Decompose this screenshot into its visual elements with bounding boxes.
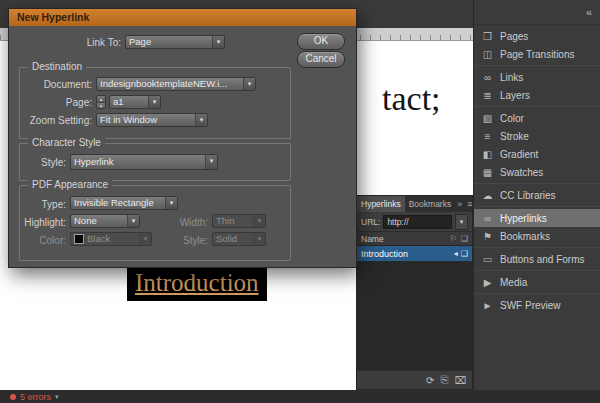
stepper-down-icon[interactable]: ▾ <box>97 103 105 109</box>
width-dropdown: Thin ▾ <box>212 214 266 228</box>
status-column-icon: ⚐ <box>450 234 457 243</box>
document-dropdown[interactable]: IndesignbooktemplateNEW.i... ▾ <box>96 77 256 91</box>
dock-group: ► SWF Preview <box>474 293 600 316</box>
links-icon: ∞ <box>480 72 495 83</box>
dock-header: « <box>474 0 600 25</box>
dock-item-hyperlinks[interactable]: ∞ Hyperlinks <box>474 209 600 227</box>
page-dropdown[interactable]: a1 ▾ <box>109 95 161 109</box>
panel-dock: « ❐ Pages ◫ Page Transitions ∞ Links ≣ L… <box>473 0 600 390</box>
status-dropdown-icon[interactable]: ▾ <box>55 393 59 401</box>
width-value: Thin <box>213 215 253 227</box>
type-label: Type: <box>20 198 66 212</box>
delete-hyperlink-icon[interactable]: ⌧ <box>454 375 466 386</box>
dock-group: ∞ Links ≣ Layers <box>474 65 600 106</box>
dock-item-label: Swatches <box>500 167 543 178</box>
dropdown-arrow-icon: ▾ <box>253 215 265 227</box>
zoom-setting-value: Fit in Window <box>97 114 195 126</box>
introduction-hyperlink[interactable]: Introduction <box>127 268 267 301</box>
url-dropdown-icon[interactable]: ▾ <box>455 214 468 230</box>
page-transitions-icon: ◫ <box>480 49 495 60</box>
hyperlinks-panel: Hyperlinks Bookmarks » ≡ URL: http:// ▾ … <box>356 195 473 390</box>
tab-bookmarks[interactable]: Bookmarks <box>405 196 456 212</box>
error-indicator-dot <box>10 394 16 400</box>
hyperlink-row-introduction[interactable]: Introduction ◂ ❏ <box>357 246 472 261</box>
dock-item-stroke[interactable]: ≡ Stroke <box>474 127 600 145</box>
link-to-dropdown[interactable]: Page ▾ <box>125 35 225 49</box>
color-label: Color: <box>20 234 66 248</box>
dock-item-links[interactable]: ∞ Links <box>474 68 600 86</box>
dock-item-pages[interactable]: ❐ Pages <box>474 27 600 45</box>
color-value: Black <box>87 233 110 245</box>
name-column-header[interactable]: Name <box>361 234 384 244</box>
color-dropdown: Black ▾ <box>70 232 152 246</box>
color-icon: ▧ <box>480 113 495 124</box>
dock-item-label: Buttons and Forms <box>500 254 584 265</box>
goto-source-icon[interactable]: ◂ <box>454 249 458 258</box>
dock-item-page-transitions[interactable]: ◫ Page Transitions <box>474 45 600 63</box>
dropdown-arrow-icon: ▾ <box>139 233 151 245</box>
dropdown-arrow-icon[interactable]: ▾ <box>212 36 224 48</box>
tab-overflow-icon[interactable]: » <box>455 196 464 212</box>
hyperlink-list: Introduction ◂ ❏ <box>357 246 472 370</box>
swf-preview-icon: ► <box>480 300 495 311</box>
dock-item-label: Pages <box>500 31 528 42</box>
stroke-icon: ≡ <box>480 131 495 142</box>
dock-item-label: Bookmarks <box>500 231 550 242</box>
hyperlink-name: Introduction <box>361 249 408 259</box>
character-style-dropdown[interactable]: Hyperlink ▾ <box>70 154 218 170</box>
dropdown-arrow-icon[interactable]: ▾ <box>243 78 255 90</box>
list-header-icons: ⚐ ❏ <box>450 234 468 243</box>
stepper-up-icon[interactable]: ▴ <box>97 96 105 103</box>
dock-group: ▧ Color ≡ Stroke ◧ Gradient ▦ Swatches <box>474 106 600 183</box>
dialog-titlebar[interactable]: New Hyperlink <box>9 9 356 26</box>
color-value-wrap: Black <box>71 233 139 245</box>
zoom-setting-dropdown[interactable]: Fit in Window ▾ <box>96 113 208 127</box>
dock-item-media[interactable]: ▶ Media <box>474 273 600 291</box>
page-column-icon: ❏ <box>461 234 468 243</box>
cancel-button[interactable]: Cancel <box>297 51 345 68</box>
expand-panels-icon[interactable]: « <box>586 6 592 18</box>
error-count[interactable]: 5 errors <box>20 392 51 402</box>
dock-item-bookmarks[interactable]: ⚑ Bookmarks <box>474 227 600 245</box>
url-input[interactable]: http:// <box>383 215 452 229</box>
gradient-icon: ◧ <box>480 149 495 160</box>
panel-menu-icon[interactable]: ≡ <box>464 196 472 212</box>
dock-item-label: SWF Preview <box>500 300 561 311</box>
pdf-appearance-legend: PDF Appearance <box>28 179 112 190</box>
style-label: Style: <box>20 156 66 170</box>
destination-legend: Destination <box>28 61 86 72</box>
character-style-group: Character Style Style: Hyperlink ▾ <box>19 143 291 181</box>
highlight-dropdown[interactable]: None ▾ <box>70 214 140 228</box>
dock-group: ❐ Pages ◫ Page Transitions <box>474 25 600 65</box>
dock-item-cc-libraries[interactable]: ☁ CC Libraries <box>474 186 600 204</box>
dropdown-arrow-icon[interactable]: ▾ <box>205 155 217 169</box>
dropdown-arrow-icon[interactable]: ▾ <box>148 96 160 108</box>
width-label: Width: <box>166 216 208 230</box>
tab-hyperlinks[interactable]: Hyperlinks <box>357 196 405 212</box>
dropdown-arrow-icon[interactable]: ▾ <box>165 197 177 209</box>
dropdown-arrow-icon[interactable]: ▾ <box>127 215 139 227</box>
dock-item-swatches[interactable]: ▦ Swatches <box>474 163 600 181</box>
dock-item-gradient[interactable]: ◧ Gradient <box>474 145 600 163</box>
highlight-value: None <box>71 215 127 227</box>
pdf-style-dropdown: Solid ▾ <box>212 232 266 246</box>
new-hyperlink-dialog: New Hyperlink Link To: Page ▾ OK Cancel … <box>8 8 357 268</box>
refresh-icon[interactable]: ⟳ <box>426 375 434 386</box>
list-header: Name ⚐ ❏ <box>357 231 472 246</box>
dock-item-label: Color <box>500 113 524 124</box>
dock-item-buttons-and-forms[interactable]: ▭ Buttons and Forms <box>474 250 600 268</box>
goto-destination-icon[interactable]: ❏ <box>461 249 468 258</box>
dock-group: ∞ Hyperlinks ⚑ Bookmarks <box>474 206 600 247</box>
character-style-legend: Character Style <box>28 137 105 148</box>
indesign-app: tact; Introduction Hyperlinks Bookmarks … <box>0 0 600 403</box>
page-stepper[interactable]: ▴ ▾ <box>96 95 106 109</box>
type-dropdown[interactable]: Invisible Rectangle ▾ <box>70 196 178 210</box>
dock-item-color[interactable]: ▧ Color <box>474 109 600 127</box>
dialog-title: New Hyperlink <box>17 11 89 23</box>
ok-button[interactable]: OK <box>297 33 345 50</box>
dock-item-swf-preview[interactable]: ► SWF Preview <box>474 296 600 314</box>
hyperlinks-icon: ∞ <box>480 213 495 224</box>
dropdown-arrow-icon[interactable]: ▾ <box>195 114 207 126</box>
dock-item-layers[interactable]: ≣ Layers <box>474 86 600 104</box>
new-hyperlink-icon[interactable]: ⎘ <box>440 374 448 386</box>
